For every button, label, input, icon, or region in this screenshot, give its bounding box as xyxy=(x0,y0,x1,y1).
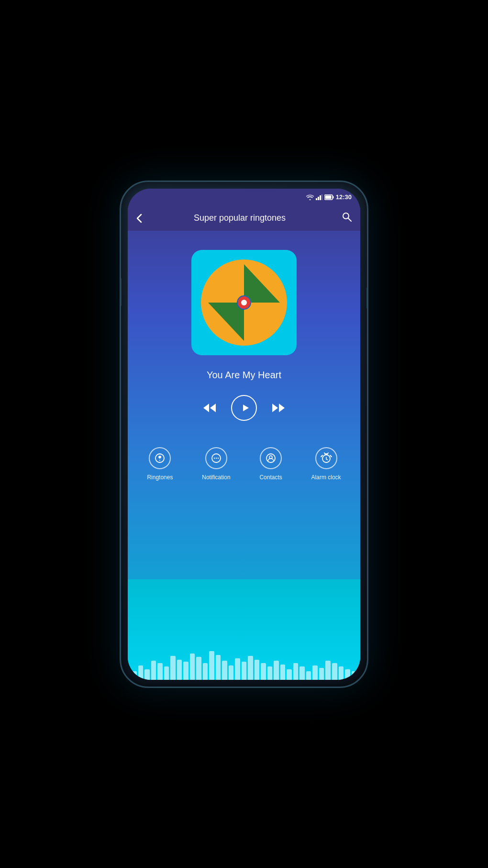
ringtones-icon xyxy=(149,447,171,469)
category-alarm[interactable]: Alarm clock xyxy=(311,447,341,481)
signal-icon xyxy=(316,194,322,200)
contacts-label: Contacts xyxy=(259,474,282,481)
svg-marker-18 xyxy=(272,404,278,412)
eq-bar xyxy=(235,658,240,680)
eq-bar xyxy=(164,666,169,680)
phone-screen: 12:30 Super popular ringtones xyxy=(128,189,360,680)
volume-button[interactable] xyxy=(120,278,122,306)
category-contacts[interactable]: Contacts xyxy=(259,447,282,481)
battery-icon xyxy=(324,194,334,200)
eq-bar xyxy=(229,665,234,680)
eq-bar xyxy=(132,671,137,680)
forward-button[interactable] xyxy=(271,403,286,413)
album-art-svg xyxy=(196,255,292,350)
eq-bar xyxy=(248,656,253,680)
eq-bar xyxy=(274,661,279,680)
equalizer xyxy=(128,646,360,680)
eq-bar xyxy=(196,657,201,680)
eq-bar xyxy=(339,666,344,680)
svg-rect-0 xyxy=(316,198,317,200)
eq-bar xyxy=(261,663,266,680)
svg-point-24 xyxy=(216,457,217,458)
eq-bar xyxy=(287,669,292,680)
power-button[interactable] xyxy=(366,287,368,309)
eq-bar xyxy=(209,651,214,680)
svg-rect-1 xyxy=(318,197,319,200)
eq-bar xyxy=(319,668,324,680)
rewind-button[interactable] xyxy=(202,403,217,413)
eq-bar xyxy=(306,671,311,680)
search-button[interactable] xyxy=(342,212,352,225)
wifi-icon xyxy=(306,194,314,200)
eq-bar xyxy=(144,669,150,680)
alarm-icon xyxy=(315,447,337,469)
svg-point-7 xyxy=(343,213,349,219)
svg-line-8 xyxy=(348,218,351,221)
eq-bar xyxy=(299,666,305,680)
category-bar: Ringtones Notification xyxy=(128,447,360,481)
eq-bar xyxy=(190,654,195,680)
svg-rect-3 xyxy=(322,194,322,200)
svg-marker-16 xyxy=(210,404,216,412)
svg-marker-17 xyxy=(243,405,249,411)
svg-rect-6 xyxy=(325,195,331,199)
album-art xyxy=(191,250,297,355)
category-ringtones[interactable]: Ringtones xyxy=(147,447,173,481)
notification-icon xyxy=(205,447,227,469)
notification-label: Notification xyxy=(202,474,230,481)
svg-rect-5 xyxy=(333,196,333,198)
eq-bar xyxy=(312,665,318,680)
page-title: Super popular ringtones xyxy=(143,213,336,223)
phone-frame: 12:30 Super popular ringtones xyxy=(120,180,368,688)
eq-bar xyxy=(280,665,286,680)
svg-point-13 xyxy=(241,300,247,305)
eq-bar xyxy=(203,663,208,680)
status-icons: 12:30 xyxy=(306,193,352,201)
eq-bar xyxy=(170,656,176,680)
eq-bar xyxy=(332,663,337,680)
eq-bar xyxy=(138,665,144,680)
eq-bar xyxy=(222,661,227,680)
svg-point-25 xyxy=(218,457,219,458)
back-button[interactable] xyxy=(136,214,142,223)
eq-bar xyxy=(151,661,156,680)
alarm-label: Alarm clock xyxy=(311,474,341,481)
player-controls xyxy=(202,395,286,421)
play-button[interactable] xyxy=(231,395,257,421)
status-time: 12:30 xyxy=(336,193,352,201)
main-content: You Are My Heart xyxy=(128,231,360,481)
eq-bar xyxy=(177,660,182,680)
eq-bar xyxy=(183,662,189,680)
contacts-icon xyxy=(260,447,282,469)
eq-bar xyxy=(242,662,247,680)
eq-bar xyxy=(293,663,299,680)
song-title: You Are My Heart xyxy=(207,370,281,381)
svg-point-21 xyxy=(159,460,160,461)
category-notification[interactable]: Notification xyxy=(202,447,230,481)
svg-marker-15 xyxy=(203,404,209,412)
svg-marker-19 xyxy=(279,404,285,412)
eq-bar xyxy=(267,666,273,680)
lower-section xyxy=(128,579,360,680)
top-bar: Super popular ringtones xyxy=(128,206,360,231)
eq-bar xyxy=(255,660,260,680)
ringtones-label: Ringtones xyxy=(147,474,173,481)
eq-bar xyxy=(157,663,163,680)
status-bar: 12:30 xyxy=(128,189,360,206)
eq-bar xyxy=(216,655,221,680)
eq-bar xyxy=(345,669,350,680)
svg-rect-2 xyxy=(320,195,321,200)
svg-point-23 xyxy=(214,457,215,458)
eq-bar xyxy=(325,661,331,680)
eq-bar xyxy=(352,671,357,680)
